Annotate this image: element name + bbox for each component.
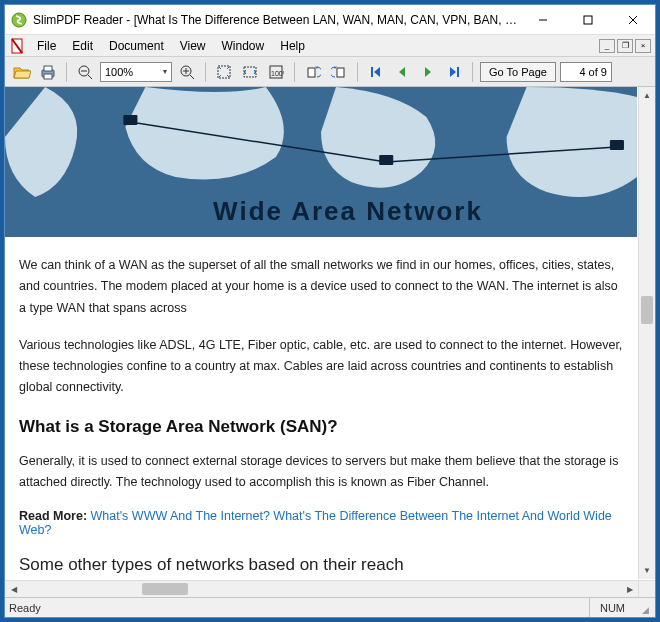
- mdi-close-button[interactable]: ×: [635, 39, 651, 53]
- scroll-corner: [638, 580, 655, 597]
- zoom-combo[interactable]: 100% ▾: [100, 62, 172, 82]
- close-button[interactable]: [610, 5, 655, 34]
- last-page-button[interactable]: [443, 61, 465, 83]
- menu-document[interactable]: Document: [101, 37, 172, 55]
- paragraph: We can think of a WAN as the superset of…: [19, 255, 623, 319]
- scroll-left-icon[interactable]: ◀: [5, 581, 22, 597]
- scroll-track[interactable]: [22, 581, 621, 597]
- next-page-button[interactable]: [417, 61, 439, 83]
- read-more-line: Read More: What's WWW And The Internet? …: [19, 509, 623, 537]
- wan-graphic: Wide Area Network: [5, 87, 637, 237]
- goto-page-button[interactable]: Go To Page: [480, 62, 556, 82]
- zoom-out-icon: [77, 64, 93, 80]
- read-more-label: Read More: [19, 509, 83, 523]
- horizontal-scrollbar[interactable]: ◀ ▶: [5, 580, 638, 597]
- graphic-title: Wide Area Network: [213, 196, 483, 227]
- separator: [205, 62, 206, 82]
- status-num: NUM: [589, 598, 635, 617]
- document-page: Wide Area Network We can think of a WAN …: [5, 87, 637, 575]
- page-indicator-text: 4 of 9: [579, 66, 607, 78]
- fit-width-icon: [242, 64, 258, 80]
- goto-page-label: Go To Page: [489, 66, 547, 78]
- chevron-down-icon: ▾: [163, 67, 167, 76]
- separator: [472, 62, 473, 82]
- statusbar: Ready NUM ◢: [5, 597, 655, 617]
- maximize-button[interactable]: [565, 5, 610, 34]
- heading-other: Some other types of networks based on th…: [19, 555, 623, 575]
- next-page-icon: [420, 64, 436, 80]
- open-button[interactable]: [11, 61, 33, 83]
- content-area: Wide Area Network We can think of a WAN …: [5, 87, 655, 597]
- minimize-button[interactable]: [520, 5, 565, 34]
- separator: [66, 62, 67, 82]
- mdi-restore-button[interactable]: ❐: [617, 39, 633, 53]
- read-more-link[interactable]: What's WWW And The Internet? What's The …: [19, 509, 612, 537]
- scroll-thumb[interactable]: [142, 583, 188, 595]
- scroll-up-icon[interactable]: ▲: [639, 87, 655, 104]
- separator: [294, 62, 295, 82]
- svg-rect-25: [123, 115, 137, 125]
- first-page-icon: [368, 64, 384, 80]
- fit-width-button[interactable]: [239, 61, 261, 83]
- zoom-out-button[interactable]: [74, 61, 96, 83]
- paragraph: Generally, it is used to connect externa…: [19, 451, 623, 494]
- rotate-ccw-button[interactable]: [302, 61, 324, 83]
- zoom-in-button[interactable]: [176, 61, 198, 83]
- zoom-in-icon: [179, 64, 195, 80]
- rotate-cw-button[interactable]: [328, 61, 350, 83]
- menubar: File Edit Document View Window Help _ ❐ …: [5, 35, 655, 57]
- menu-view[interactable]: View: [172, 37, 214, 55]
- toolbar: 100% ▾ 100%: [5, 57, 655, 87]
- svg-rect-27: [610, 140, 624, 150]
- svg-rect-21: [337, 68, 344, 77]
- mdi-minimize-button[interactable]: _: [599, 39, 615, 53]
- app-icon: [11, 12, 27, 28]
- scroll-track[interactable]: [639, 104, 655, 562]
- document-viewport: Wide Area Network We can think of a WAN …: [5, 87, 655, 597]
- last-page-icon: [446, 64, 462, 80]
- svg-rect-26: [379, 155, 393, 165]
- vertical-scrollbar[interactable]: ▲ ▼: [638, 87, 655, 579]
- titlebar: SlimPDF Reader - [What Is The Difference…: [5, 5, 655, 35]
- app-window: SlimPDF Reader - [What Is The Difference…: [4, 4, 656, 618]
- printer-icon: [39, 64, 57, 80]
- prev-page-icon: [394, 64, 410, 80]
- rotate-ccw-icon: [305, 64, 321, 80]
- rotate-cw-icon: [331, 64, 347, 80]
- svg-rect-20: [308, 68, 315, 77]
- svg-line-13: [190, 75, 194, 79]
- window-title: SlimPDF Reader - [What Is The Difference…: [33, 13, 520, 27]
- scroll-down-icon[interactable]: ▼: [639, 562, 655, 579]
- svg-rect-8: [44, 74, 52, 79]
- zoom-value: 100%: [105, 66, 133, 78]
- svg-text:100%: 100%: [271, 70, 284, 77]
- status-ready: Ready: [9, 602, 41, 614]
- scroll-right-icon[interactable]: ▶: [621, 581, 638, 597]
- paragraph: Various technologies like ADSL, 4G LTE, …: [19, 335, 623, 399]
- print-button[interactable]: [37, 61, 59, 83]
- actual-size-button[interactable]: 100%: [265, 61, 287, 83]
- resize-grip-icon[interactable]: ◢: [635, 598, 651, 617]
- svg-rect-7: [44, 66, 52, 71]
- actual-size-icon: 100%: [268, 64, 284, 80]
- heading-san: What is a Storage Area Network (SAN)?: [19, 417, 623, 437]
- doc-icon: [9, 38, 25, 54]
- svg-line-10: [88, 75, 92, 79]
- menu-edit[interactable]: Edit: [64, 37, 101, 55]
- menu-window[interactable]: Window: [214, 37, 273, 55]
- menu-file[interactable]: File: [29, 37, 64, 55]
- folder-open-icon: [13, 64, 31, 80]
- fit-page-button[interactable]: [213, 61, 235, 83]
- menu-help[interactable]: Help: [272, 37, 313, 55]
- prev-page-button[interactable]: [391, 61, 413, 83]
- first-page-button[interactable]: [365, 61, 387, 83]
- svg-rect-2: [584, 16, 592, 24]
- scroll-thumb[interactable]: [641, 296, 653, 324]
- separator: [357, 62, 358, 82]
- fit-page-icon: [216, 64, 232, 80]
- page-indicator[interactable]: 4 of 9: [560, 62, 612, 82]
